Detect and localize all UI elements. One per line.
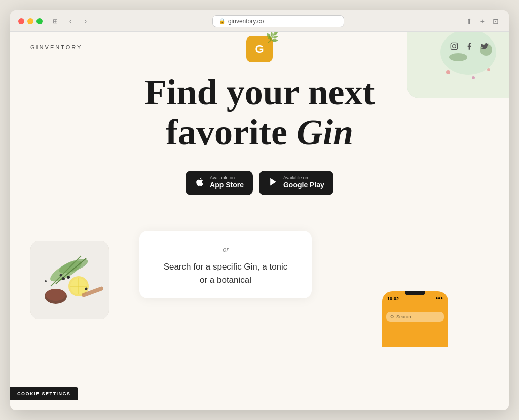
svg-point-24: [46, 289, 66, 301]
hero-section: Find your next favorite Gin Available on…: [10, 57, 509, 231]
app-store-name: App Store: [210, 180, 244, 190]
lock-icon: 🔒: [219, 18, 225, 24]
play-icon: [268, 177, 278, 189]
svg-point-28: [85, 288, 88, 290]
svg-marker-12: [270, 178, 276, 185]
instagram-icon[interactable]: [450, 42, 458, 52]
search-card-or: or: [160, 246, 291, 253]
google-play-available: Available on: [283, 176, 324, 180]
close-button[interactable]: [18, 18, 24, 24]
svg-rect-9: [451, 43, 457, 49]
app-store-button[interactable]: Available on App Store: [186, 171, 253, 196]
google-play-name: Google Play: [283, 180, 324, 190]
svg-rect-14: [30, 241, 109, 319]
svg-point-26: [67, 276, 70, 279]
app-store-text: Available on App Store: [210, 176, 244, 190]
url-text: ginventory.co: [228, 18, 264, 25]
browser-window: ⊞ ‹ › 🔒 ginventory.co ⬆ + ⊡: [10, 10, 509, 410]
facebook-icon[interactable]: [465, 42, 473, 52]
grid-view-button[interactable]: ⊞: [49, 16, 62, 27]
phone-shell: 10:02 ●●● Search...: [382, 291, 448, 347]
app-store-available: Available on: [210, 176, 244, 180]
browser-controls: ⊞ ‹ ›: [49, 16, 92, 27]
phone-signal: ●●●: [436, 296, 443, 300]
hero-title-italic: Gin: [296, 112, 353, 152]
google-play-button[interactable]: Available on Google Play: [259, 171, 333, 196]
twitter-icon[interactable]: [480, 42, 489, 52]
phone-search-label: Search...: [396, 314, 415, 319]
social-links: [450, 42, 489, 52]
store-buttons: Available on App Store Available on Goog…: [30, 171, 489, 196]
leaf-icon: 🌿: [266, 32, 279, 43]
tabs-button[interactable]: ⊡: [491, 16, 501, 26]
phone-notch: [405, 291, 425, 295]
phone-search-bar[interactable]: Search...: [386, 312, 444, 322]
svg-point-29: [45, 280, 47, 282]
apple-icon: [195, 177, 205, 189]
svg-point-25: [62, 277, 65, 280]
hero-title: Find your next favorite Gin: [30, 72, 489, 152]
cookie-settings-label: COOKIE SETTINGS: [17, 391, 71, 396]
search-card: or Search for a specific Gin, a tonic or…: [139, 231, 312, 298]
logo-letter: G: [255, 43, 264, 56]
brand-name: GINVENTORY: [30, 44, 82, 50]
cookie-settings-bar[interactable]: COOKIE SETTINGS: [10, 387, 78, 400]
address-bar[interactable]: 🔒 ginventory.co: [212, 15, 344, 27]
new-tab-button[interactable]: +: [478, 16, 487, 26]
share-button[interactable]: ⬆: [464, 16, 474, 26]
hero-title-line1: Find your next: [144, 72, 375, 112]
bottom-section: or Search for a specific Gin, a tonic or…: [10, 231, 509, 332]
svg-point-31: [391, 315, 393, 318]
google-play-text: Available on Google Play: [283, 176, 324, 190]
hero-title-line2: favorite: [166, 112, 296, 152]
phone-preview: 10:02 ●●● Search...: [382, 291, 448, 347]
phone-time: 10:02: [387, 294, 399, 301]
page-content: GINVENTORY G 🌿: [10, 32, 509, 410]
browser-chrome: ⊞ ‹ › 🔒 ginventory.co ⬆ + ⊡: [10, 10, 509, 32]
phone-screen: 10:02 ●●● Search...: [382, 291, 448, 347]
gin-ingredients-photo: [30, 241, 109, 319]
address-bar-container: 🔒 ginventory.co: [98, 15, 458, 27]
browser-actions: ⬆ + ⊡: [464, 16, 501, 26]
search-card-description: Search for a specific Gin, a tonic or a …: [160, 260, 291, 286]
navbar: GINVENTORY G 🌿: [10, 32, 509, 57]
back-button[interactable]: ‹: [64, 16, 77, 27]
minimize-button[interactable]: [27, 18, 33, 24]
traffic-lights: [18, 18, 43, 24]
svg-point-27: [60, 274, 62, 277]
svg-point-11: [456, 44, 456, 44]
forward-button[interactable]: ›: [79, 16, 92, 27]
fullscreen-button[interactable]: [36, 18, 43, 24]
svg-point-10: [453, 44, 456, 48]
